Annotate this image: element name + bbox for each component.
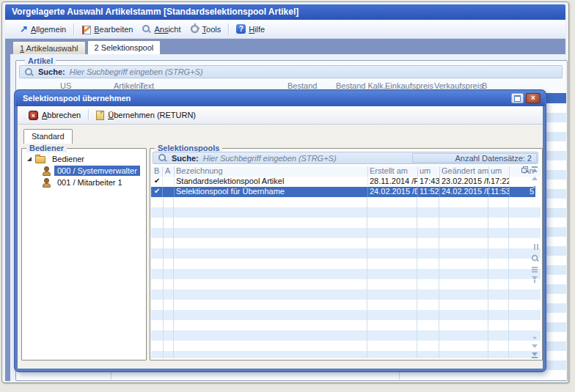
- table-row[interactable]: ✔ Standardselektionspool Artikel 28.11.2…: [151, 177, 535, 187]
- tree-item-label: 000 / Systemverwalter: [54, 166, 140, 176]
- tree-node-mitarbeiter1[interactable]: 001 / Mitarbeiter 1: [22, 177, 146, 188]
- arrow-up-right-icon: ↗: [20, 25, 28, 33]
- cancel-button[interactable]: Abbrechen: [23, 109, 86, 122]
- expander-icon[interactable]: [27, 157, 32, 161]
- content-left-band: [5, 54, 10, 381]
- column-header-us[interactable]: US: [60, 81, 71, 90]
- restore-icon: [514, 95, 521, 102]
- bediener-group: Bediener Bediener 000 / Systemverwalter …: [21, 148, 147, 360]
- grid-line: [439, 197, 439, 358]
- column-width-icon[interactable]: [534, 244, 535, 250]
- cell-geaendert-am: 24.02.2015 /Di: [442, 187, 490, 196]
- cell-bezeichnung: Standardselektionspool Artikel: [176, 177, 365, 185]
- column-header-bezeichnung[interactable]: Bezeichnung: [176, 166, 365, 175]
- menu-hilfe[interactable]: Hilfe: [232, 22, 269, 36]
- scroll-top-icon[interactable]: [532, 166, 538, 168]
- window-title: Vorgelagerte Auswahl Artikelstamm [Stand…: [12, 7, 299, 17]
- grid-line: [417, 197, 417, 358]
- filter-icon: [534, 280, 535, 283]
- tab-artikelauswahl[interactable]: 1 Artikelauswahl: [12, 41, 86, 54]
- column-header-a[interactable]: A: [165, 166, 174, 175]
- page-up-icon[interactable]: [532, 185, 537, 188]
- menu-ansicht[interactable]: Ansicht: [137, 22, 185, 36]
- column-header-geaendert-am[interactable]: Geändert am: [442, 166, 490, 175]
- pools-empty-rows: [151, 197, 541, 358]
- cell-um: 11:53: [491, 187, 510, 196]
- tab-standard[interactable]: Standard: [23, 129, 73, 144]
- cell-bezeichnung: Selektionspool für Übernhame: [176, 187, 365, 196]
- menu-hilfe-label: Hilfe: [249, 25, 265, 34]
- grid-line: [173, 197, 174, 358]
- scroll-down-icon[interactable]: [532, 344, 538, 348]
- grid-line: [508, 197, 509, 358]
- scroll-up-icon[interactable]: [532, 177, 538, 180]
- list-icon[interactable]: [532, 267, 538, 268]
- scroll-bottom-icon[interactable]: [532, 352, 538, 356]
- column-header-bestand[interactable]: Bestand: [288, 81, 317, 90]
- tree-node-systemverwalter[interactable]: 000 / Systemverwalter: [22, 165, 146, 177]
- page-down-icon[interactable]: [532, 337, 537, 340]
- person-icon: [42, 178, 51, 187]
- column-chooser-icon[interactable]: [521, 166, 528, 173]
- column-header-text[interactable]: Text: [139, 81, 154, 90]
- search-icon: [158, 153, 167, 163]
- dialog-toolbar: Abbrechen Übernehmen (RETURN): [18, 106, 543, 125]
- column-header-verkaufspreis[interactable]: Verkaufspreis: [434, 81, 483, 90]
- apply-button[interactable]: Übernehmen (RETURN): [91, 109, 201, 122]
- cell-um: 17:43: [420, 177, 440, 185]
- close-button[interactable]: [526, 93, 541, 103]
- bediener-tree: Bediener 000 / Systemverwalter 001 / Mit…: [22, 153, 146, 188]
- help-icon: [236, 24, 246, 34]
- artikel-search-placeholder: Hier Suchbegriff eingeben (STRG+S): [70, 67, 203, 76]
- pools-search-placeholder: Hier Suchbegriff eingeben (STRG+S): [203, 154, 337, 163]
- column-header-um1[interactable]: um: [420, 166, 440, 175]
- pools-scroll-strip: [529, 166, 541, 358]
- apply-icon: [96, 111, 104, 120]
- menu-separator: [228, 23, 229, 35]
- column-header-um2[interactable]: um: [491, 166, 510, 175]
- menu-tools[interactable]: Tools: [186, 22, 226, 36]
- column-header-erstellt-am[interactable]: Erstellt am: [370, 166, 418, 175]
- cancel-icon: [29, 111, 38, 120]
- apply-label: Übernehmen (RETURN): [108, 111, 196, 119]
- artikel-search-input[interactable]: Suche: Hier Suchbegriff eingeben (STRG+S…: [19, 65, 563, 78]
- menu-tools-label: Tools: [202, 25, 221, 34]
- menu-bearbeiten[interactable]: Bearbeiten: [77, 22, 137, 36]
- search-icon: [24, 67, 34, 77]
- grid-line: [367, 197, 367, 358]
- menu-allgemein[interactable]: ↗ Allgemein: [15, 23, 70, 36]
- pools-column-headers: B A Bezeichnung Erstellt am um Geändert …: [151, 166, 541, 177]
- menu-bar: ↗ Allgemein Bearbeiten Ansicht Tools Hil…: [5, 20, 565, 39]
- magnifier-icon: [142, 24, 151, 34]
- selektionspool-dialog: Selektionspool übernehmen Abbrechen Über…: [15, 90, 546, 371]
- cell-erstellt-am: 24.02.2015 /Di: [370, 187, 418, 196]
- tree-item-label: 001 / Mitarbeiter 1: [54, 177, 125, 188]
- pools-search-input[interactable]: Suche: Hier Suchbegriff eingeben (STRG+S…: [153, 152, 538, 164]
- column-header-einkaufspreis[interactable]: Einkaufspreis: [385, 81, 433, 90]
- restore-button[interactable]: [511, 93, 524, 103]
- scroll-top-icon[interactable]: [532, 169, 538, 172]
- selektionspools-group: Selektionspools Suche: Hier Suchbegriff …: [150, 148, 543, 360]
- toolbar-separator: [88, 109, 89, 121]
- cancel-label: Abbrechen: [42, 111, 81, 119]
- column-header-bestand-kalk[interactable]: Bestand Kalk.: [336, 81, 386, 90]
- tab-selektionspool[interactable]: 2 Selektionspool: [87, 40, 161, 54]
- tab-strip: 1 Artikelauswahl 2 Selektionspool: [5, 39, 565, 54]
- menu-ansicht-label: Ansicht: [154, 25, 180, 34]
- cell-um: 11:52: [420, 187, 440, 196]
- pools-search-label: Suche:: [172, 154, 199, 163]
- scroll-bottom-icon[interactable]: [532, 357, 538, 358]
- person-icon: [42, 166, 51, 175]
- dialog-title: Selektionspool übernehmen: [23, 94, 131, 103]
- grid-line: [488, 197, 488, 358]
- cell-um: 17:22: [491, 177, 510, 185]
- column-header-b[interactable]: B: [482, 81, 487, 90]
- tree-node-bediener[interactable]: Bediener: [22, 153, 146, 165]
- dialog-body: Abbrechen Übernehmen (RETURN) Standard B…: [18, 106, 543, 369]
- search-icon[interactable]: [530, 254, 538, 262]
- window-titlebar: Vorgelagerte Auswahl Artikelstamm [Stand…: [5, 4, 565, 20]
- table-row-selected[interactable]: ✔ Selektionspool für Übernhame 24.02.201…: [151, 187, 535, 197]
- folder-icon: [35, 156, 45, 163]
- artikel-search-label: Suche:: [38, 67, 65, 76]
- record-count: Anzahl Datensätze: 2: [412, 153, 537, 163]
